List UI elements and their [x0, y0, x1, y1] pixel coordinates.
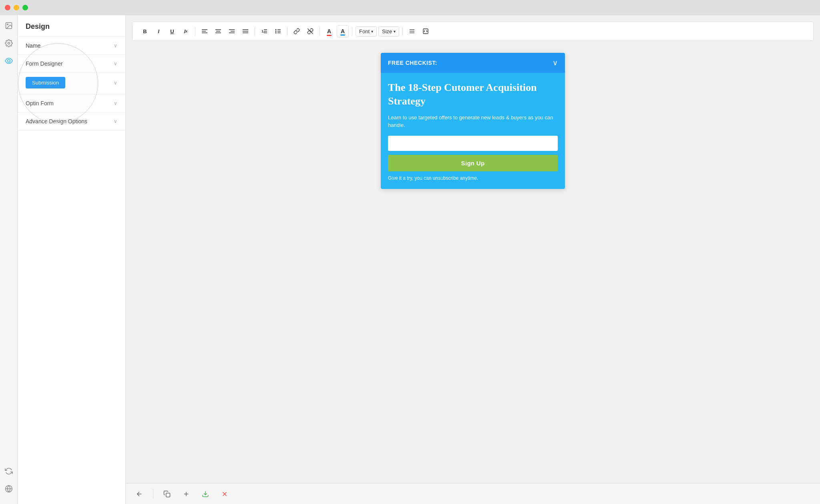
chevron-icon-optin: ∨ — [114, 100, 117, 106]
toolbar-separator-4 — [320, 27, 320, 36]
close-button[interactable] — [219, 488, 230, 500]
main-content: B I U Ix 1. — [126, 15, 820, 504]
form-header: FREE CHECKIST: ∨ — [381, 53, 565, 73]
traffic-light-green[interactable] — [22, 5, 28, 10]
font-dropdown[interactable]: Font ▾ — [356, 26, 377, 36]
svg-rect-33 — [166, 493, 170, 497]
svg-point-22 — [275, 29, 277, 30]
toolbar: B I U Ix 1. — [132, 22, 814, 41]
bottom-bar — [126, 483, 820, 504]
form-preview: FREE CHECKIST: ∨ The 18-Step Cutomer Acq… — [381, 53, 565, 189]
svg-point-2 — [8, 42, 10, 44]
unlink-button[interactable] — [304, 25, 316, 37]
sidebar-icon-eye[interactable] — [3, 55, 14, 66]
panel-section-form-designer-label: Form Designer — [26, 60, 63, 67]
size-chevron-icon: ▾ — [394, 29, 396, 34]
panel-section-submission: Submission ∨ — [18, 73, 125, 94]
svg-point-23 — [275, 31, 277, 32]
align-right-button[interactable] — [226, 25, 238, 37]
panel-section-optin-label: Optin Form — [26, 100, 54, 106]
icon-sidebar — [0, 15, 18, 504]
panel-section-name-label: Name — [26, 42, 40, 49]
title-bar — [0, 0, 820, 15]
panel-section-optin: Optin Form ∨ — [18, 94, 125, 112]
panel-section-name-header[interactable]: Name ∨ — [18, 37, 125, 54]
sidebar-icon-settings[interactable] — [3, 38, 14, 49]
panel-section-submission-content: Submission ∨ — [18, 73, 125, 94]
svg-point-24 — [275, 32, 277, 34]
duplicate-button[interactable] — [161, 488, 173, 500]
panel-section-form-designer-header[interactable]: Form Designer ∨ — [18, 55, 125, 72]
download-button[interactable] — [200, 488, 211, 500]
traffic-light-yellow[interactable] — [14, 5, 19, 10]
font-color-button[interactable]: A — [323, 25, 335, 37]
icon-sidebar-bottom — [3, 466, 14, 499]
toolbar-separator-3 — [287, 27, 287, 36]
form-email-input[interactable] — [388, 136, 558, 151]
align-left-button[interactable] — [199, 25, 211, 37]
toolbar-separator-2 — [255, 27, 255, 36]
size-dropdown[interactable]: Size ▾ — [378, 26, 399, 36]
form-footer-text: Give it a try, you can unsubscribe anyti… — [388, 175, 558, 181]
chevron-icon-advance-design: ∨ — [114, 118, 117, 124]
app-body: Design Name ∨ Form Designer ∨ Submission… — [0, 15, 820, 504]
form-submit-button[interactable]: Sign Up — [388, 155, 558, 171]
chevron-icon-submission: ∨ — [114, 80, 117, 86]
panel-section-name: Name ∨ — [18, 37, 125, 55]
form-header-chevron-icon[interactable]: ∨ — [553, 58, 558, 67]
link-button[interactable] — [291, 25, 303, 37]
chevron-icon-form-designer: ∨ — [114, 61, 117, 66]
source-button[interactable] — [420, 25, 432, 37]
panel-section-advance-design: Advance Design Options ∨ — [18, 112, 125, 131]
sidebar-icon-image[interactable] — [3, 20, 14, 31]
bottom-bar-separator-1 — [153, 489, 153, 499]
italic-button[interactable]: I — [153, 25, 165, 37]
panel-title: Design — [18, 15, 125, 37]
font-chevron-icon: ▾ — [371, 29, 373, 34]
panel-section-optin-header[interactable]: Optin Form ∨ — [18, 94, 125, 112]
ordered-list-button[interactable]: 1. — [258, 25, 270, 37]
canvas-area: FREE CHECKIST: ∨ The 18-Step Cutomer Acq… — [126, 41, 820, 483]
panel-section-advance-design-header[interactable]: Advance Design Options ∨ — [18, 112, 125, 130]
toolbar-separator-6 — [402, 27, 403, 36]
traffic-light-red[interactable] — [5, 5, 10, 10]
submission-button[interactable]: Submission — [26, 77, 65, 88]
svg-point-3 — [7, 60, 10, 62]
sidebar-icon-refresh[interactable] — [3, 466, 14, 477]
toolbar-separator-1 — [195, 27, 195, 36]
toolbar-separator-5 — [352, 27, 352, 36]
unordered-list-button[interactable] — [272, 25, 284, 37]
line-height-button[interactable] — [406, 25, 418, 37]
add-button[interactable] — [181, 488, 192, 500]
strikethrough-button[interactable]: Ix — [180, 25, 192, 37]
form-subtext: Learn to use targeted offers to generate… — [388, 114, 558, 129]
back-button[interactable] — [134, 488, 145, 500]
form-body: The 18-Step Cutomer Acquisition Strategy… — [381, 73, 565, 189]
background-color-button[interactable]: A — [337, 25, 349, 37]
svg-point-1 — [7, 24, 8, 25]
underline-button[interactable]: U — [166, 25, 178, 37]
form-header-title: FREE CHECKIST: — [388, 60, 437, 66]
align-center-button[interactable] — [212, 25, 224, 37]
align-justify-button[interactable] — [239, 25, 251, 37]
chevron-icon-name: ∨ — [114, 43, 117, 48]
sidebar-icon-globe[interactable] — [3, 483, 14, 494]
panel-section-advance-design-label: Advance Design Options — [26, 118, 87, 124]
bold-button[interactable]: B — [139, 25, 151, 37]
left-panel: Design Name ∨ Form Designer ∨ Submission… — [18, 15, 126, 504]
panel-section-form-designer: Form Designer ∨ — [18, 55, 125, 73]
font-label: Font — [359, 28, 370, 34]
form-headline: The 18-Step Cutomer Acquisition Strategy — [388, 81, 558, 108]
size-label: Size — [382, 28, 392, 34]
